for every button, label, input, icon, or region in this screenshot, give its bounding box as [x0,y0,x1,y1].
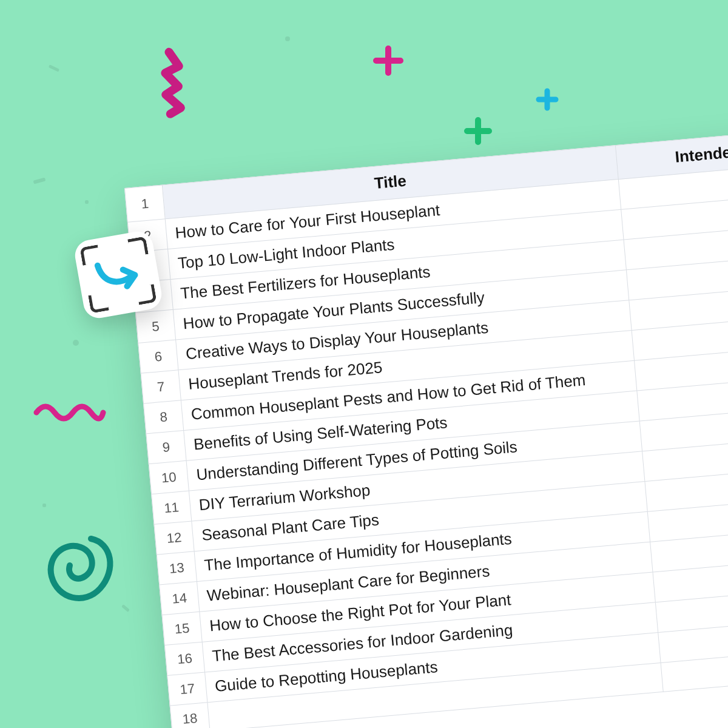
wave-icon [33,397,106,422]
row-number[interactable]: 13 [157,551,197,585]
plus-icon [534,86,561,113]
squiggle-icon [155,47,234,120]
row-number[interactable]: 17 [167,672,207,706]
row-number[interactable]: 14 [160,582,200,615]
row-number[interactable]: 16 [164,642,204,675]
row-number[interactable]: 11 [152,491,192,524]
row-number[interactable]: 9 [146,431,186,464]
row-number[interactable]: 15 [162,612,202,645]
row-number[interactable]: 6 [138,340,178,373]
plus-icon [462,115,494,147]
row-number[interactable]: 18 [170,703,210,728]
row-number[interactable]: 8 [144,400,184,434]
plus-icon [370,42,406,79]
row-number[interactable]: 12 [154,521,194,554]
row-number[interactable]: 5 [135,309,175,343]
row-number-header[interactable]: 1 [125,185,166,222]
spreadsheet-window: 1 Title Intended 2How to Care for Your F… [124,124,728,728]
row-number[interactable]: 7 [141,370,181,403]
spiral-icon [42,528,121,607]
row-number[interactable]: 10 [149,460,189,494]
spreadsheet-table[interactable]: 1 Title Intended 2How to Care for Your F… [124,124,728,728]
import-arrow-tile [73,229,164,321]
